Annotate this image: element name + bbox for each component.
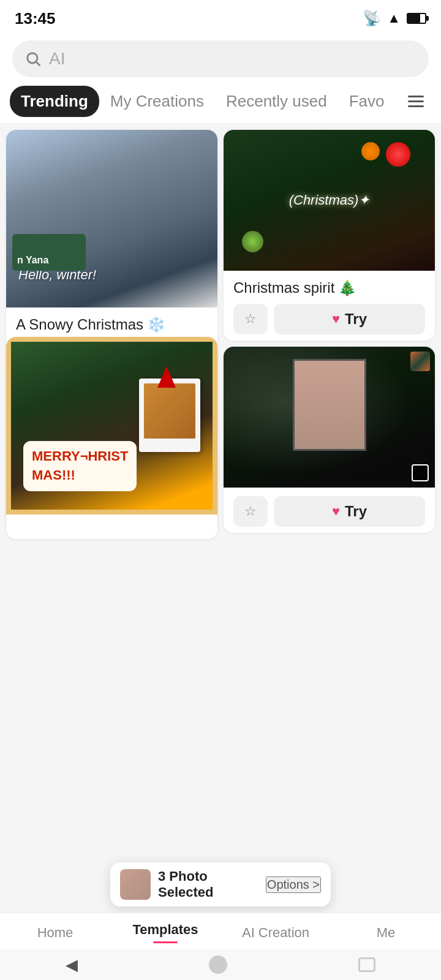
tab-recently-used[interactable]: Recently used xyxy=(215,86,338,117)
photo-inner xyxy=(295,361,364,449)
recents-button[interactable] xyxy=(358,957,375,972)
photo-options-button[interactable]: Options > xyxy=(266,876,321,893)
status-time: 13:45 xyxy=(15,9,56,28)
card-image-cat xyxy=(6,337,217,514)
photo-selected-count: 3 Photo Selected xyxy=(158,869,258,900)
card-image-winter2 xyxy=(224,347,435,488)
svg-line-1 xyxy=(36,62,39,65)
polaroid-inner xyxy=(144,383,195,439)
polaroid-frame xyxy=(139,379,200,452)
try-button-christmas[interactable]: ♥ Try xyxy=(274,304,425,334)
status-icons: 📡 ▲ xyxy=(363,10,426,27)
winter2-image xyxy=(224,347,435,488)
home-button[interactable] xyxy=(209,956,227,974)
tab-my-creations[interactable]: My Creations xyxy=(99,86,215,117)
tree-emoji: 🎄 xyxy=(338,279,356,296)
card-info-winter2: ☆ ♥ Try xyxy=(224,488,435,533)
back-button[interactable]: ◀ xyxy=(66,956,78,974)
nav-me-label: Me xyxy=(377,925,396,941)
ornament-green xyxy=(242,231,263,252)
tab-trending[interactable]: Trending xyxy=(10,86,99,117)
cat-card-row xyxy=(0,539,441,545)
favorite-button-christmas[interactable]: ☆ xyxy=(233,304,268,334)
ornament-red xyxy=(386,142,410,167)
photo-frame xyxy=(293,359,366,451)
card-christmas-spirit: Christmas spirit 🎄 ☆ ♥ Try xyxy=(224,130,435,341)
battery-fill xyxy=(408,14,420,23)
card-title-christmas: Christmas spirit 🎄 xyxy=(233,279,425,296)
card-cat xyxy=(6,337,217,539)
nav-templates-label: Templates xyxy=(132,922,198,938)
santa-hat xyxy=(157,366,176,388)
battery-icon xyxy=(407,13,426,24)
card-actions-christmas: ☆ ♥ Try xyxy=(233,304,425,334)
christmas-image xyxy=(224,130,435,271)
photo-thumbnail xyxy=(120,869,151,900)
tabs-container: Trending My Creations Recently used Favo xyxy=(0,86,441,124)
cast-icon: 📡 xyxy=(363,10,381,27)
snowflake-emoji: ❄️ xyxy=(147,316,165,333)
card-winter2: ☆ ♥ Try xyxy=(224,347,435,533)
nav-home-label: Home xyxy=(37,925,74,941)
wifi-icon: ▲ xyxy=(387,10,401,26)
menu-icon[interactable] xyxy=(401,91,431,112)
nav-ai-creation[interactable]: AI Creation xyxy=(239,925,312,941)
card-info-christmas: Christmas spirit 🎄 ☆ ♥ Try xyxy=(224,271,435,341)
bottom-nav: Home Templates AI Creation Me xyxy=(0,913,441,949)
photo-selected-banner: 3 Photo Selected Options > xyxy=(110,862,331,907)
nav-active-indicator xyxy=(153,941,178,943)
tram-shape xyxy=(12,234,86,271)
card-image-christmas xyxy=(224,130,435,271)
try-button-winter2[interactable]: ♥ Try xyxy=(274,496,425,527)
square-icon xyxy=(412,464,429,481)
search-placeholder: AI xyxy=(49,49,65,69)
snowy-image xyxy=(6,130,217,307)
search-bar[interactable]: AI xyxy=(12,40,429,77)
try-heart-icon-4: ♥ xyxy=(332,503,340,519)
nav-ai-creation-label: AI Creation xyxy=(242,925,309,941)
card-actions-winter2: ☆ ♥ Try xyxy=(233,496,425,527)
nav-me[interactable]: Me xyxy=(349,925,423,941)
system-nav: ◀ xyxy=(0,949,441,980)
ornament-orange xyxy=(361,142,380,160)
cat-image xyxy=(6,337,217,514)
try-heart-icon-2: ♥ xyxy=(332,311,340,327)
card-title-snowy: A Snowy Christmas ❄️ xyxy=(16,316,208,333)
corner-ornament xyxy=(410,352,430,371)
card-image-snowy xyxy=(6,130,217,307)
search-icon xyxy=(24,50,42,67)
search-bar-container: AI xyxy=(0,34,441,86)
favorite-button-winter2[interactable]: ☆ xyxy=(233,496,268,527)
nav-templates[interactable]: Templates xyxy=(129,922,202,943)
right-column: Christmas spirit 🎄 ☆ ♥ Try xyxy=(224,130,435,533)
status-bar: 13:45 📡 ▲ xyxy=(0,0,441,34)
nav-home[interactable]: Home xyxy=(18,925,92,941)
tab-favorites[interactable]: Favo xyxy=(338,86,396,117)
